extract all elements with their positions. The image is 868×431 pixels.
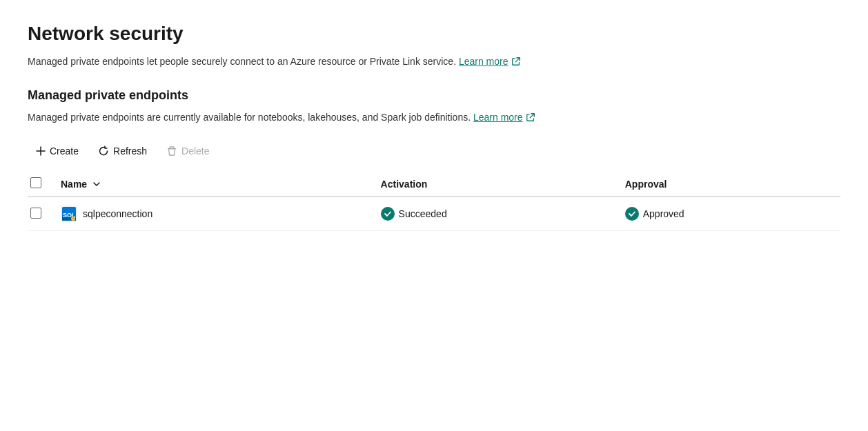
section-title: Managed private endpoints xyxy=(28,88,840,103)
activation-check-icon xyxy=(381,207,395,221)
name-cell: SQL sqlpeconnection xyxy=(52,197,373,231)
approval-cell: Approved xyxy=(617,197,840,231)
row-checkbox[interactable] xyxy=(30,208,41,219)
row-checkbox-cell xyxy=(28,197,52,231)
table-row: SQL sqlpeconnection Succeeded xyxy=(28,197,840,231)
approval-column-header: Approval xyxy=(617,172,840,197)
sort-icon[interactable] xyxy=(92,180,101,188)
select-all-header xyxy=(28,172,52,197)
page-title: Network security xyxy=(28,22,840,46)
activation-cell: Succeeded xyxy=(373,197,617,231)
external-link-icon-2 xyxy=(526,112,535,122)
delete-icon xyxy=(166,146,177,157)
plus-icon xyxy=(36,146,46,156)
sql-icon: SQL xyxy=(61,206,77,222)
endpoints-table: Name Activation Approval xyxy=(28,172,840,231)
page-description: Managed private endpoints let people sec… xyxy=(28,54,566,69)
section-description: Managed private endpoints are currently … xyxy=(28,110,566,125)
delete-button[interactable]: Delete xyxy=(158,141,217,161)
create-button[interactable]: Create xyxy=(28,141,87,161)
learn-more-link-2[interactable]: Learn more xyxy=(473,110,535,125)
learn-more-link-1[interactable]: Learn more xyxy=(459,54,521,69)
toolbar: Create Refresh Delete xyxy=(28,141,840,161)
select-all-checkbox[interactable] xyxy=(30,177,41,188)
name-column-header: Name xyxy=(52,172,373,197)
refresh-button[interactable]: Refresh xyxy=(90,141,155,161)
external-link-icon xyxy=(511,57,521,66)
approval-check-icon xyxy=(625,207,639,221)
activation-column-header: Activation xyxy=(373,172,617,197)
refresh-icon xyxy=(98,146,109,157)
